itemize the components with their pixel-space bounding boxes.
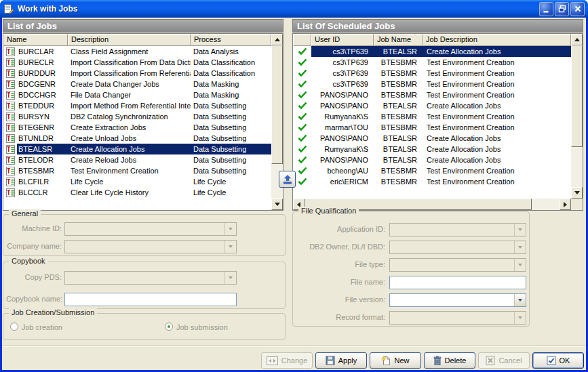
job-row[interactable]: BURECLR Import Classification From Data …	[3, 57, 271, 68]
scheduled-job-description: Create Allocation Jobs	[423, 46, 571, 57]
job-description: Create Unload Jobs	[68, 133, 191, 144]
record-format-label: Record format:	[296, 313, 385, 321]
minimize-icon	[542, 4, 551, 14]
dropdown-button	[514, 224, 526, 236]
job-row[interactable]: BTUNLDR Create Unload Jobs Data Subsetti…	[3, 133, 271, 144]
scroll-down-button[interactable]	[571, 187, 583, 199]
scheduled-job-description: Test Environment Creation	[423, 165, 571, 176]
file-type-value	[390, 259, 514, 271]
scroll-thumb[interactable]	[271, 45, 283, 164]
column-header-description[interactable]: Description	[68, 34, 191, 46]
scheduled-job-row[interactable]: cs3\TP639 BTESBMR Test Environment Creat…	[293, 68, 571, 79]
apply-button[interactable]: Apply	[315, 352, 367, 369]
scheduled-job-description: Test Environment Creation	[423, 176, 571, 187]
scheduled-job-row[interactable]: cs3\TP639 BTEALSR Create Allocation Jobs	[293, 46, 571, 57]
dropdown-button[interactable]	[514, 294, 526, 306]
job-row[interactable]: BURDDUR Import Classification From Refer…	[3, 68, 271, 79]
job-row[interactable]: BTEALSR Create Allocation Jobs Data Subs…	[3, 144, 271, 154]
check-icon	[293, 79, 311, 89]
apply-icon	[326, 356, 335, 365]
change-icon	[267, 356, 278, 365]
job-description: Clear Life Cycle History	[68, 187, 191, 198]
scheduled-job-name: BTEALSR	[374, 154, 423, 165]
schedule-job-button[interactable]	[279, 171, 296, 188]
job-row[interactable]: BTEDDUR Import Method From Referential I…	[3, 100, 271, 111]
machine-id-label: Machine ID:	[6, 224, 62, 232]
new-button[interactable]: New	[370, 352, 421, 369]
dropdown-button	[514, 312, 526, 324]
scheduled-job-row[interactable]: cs3\TP639 BTESBMR Test Environment Creat…	[293, 57, 571, 68]
job-description: Create Data Changer Jobs	[68, 79, 191, 89]
job-submission-radio-label: Job submission	[176, 323, 228, 331]
copybook-name-label: Copybook name:	[6, 295, 62, 303]
scheduled-user-id: RumyanaK\S	[311, 111, 374, 122]
scroll-thumb[interactable]	[571, 45, 583, 147]
job-row[interactable]: BLCCLR Clear Life Cycle History Life Cyc…	[3, 187, 271, 198]
column-header-name[interactable]: Name	[3, 34, 68, 46]
job-process: Data Subsetting	[191, 144, 271, 154]
column-header-job-description[interactable]: Job Description	[423, 34, 571, 46]
scheduled-job-row[interactable]: marmar\TOU BTESBMR Test Environment Crea…	[293, 122, 571, 133]
close-button[interactable]	[570, 2, 585, 16]
scheduled-job-row[interactable]: PANOS\PANO BTEALSR Create Allocation Job…	[293, 100, 571, 111]
check-icon	[293, 133, 311, 144]
job-row[interactable]: BTELODR Create Reload Jobs Data Subsetti…	[3, 154, 271, 165]
job-name: BURECLR	[17, 57, 68, 68]
restore-button[interactable]	[555, 2, 569, 16]
scheduled-job-description: Test Environment Creation	[423, 68, 571, 79]
column-header-status[interactable]	[293, 34, 311, 46]
job-process: Data Subsetting	[191, 100, 271, 111]
scheduled-jobs-list: User ID Job Name Job Description cs3\TP6…	[292, 33, 583, 211]
column-header-job-name[interactable]: Job Name	[374, 34, 423, 46]
dropdown-button	[224, 241, 236, 253]
job-row[interactable]: BURCLAR Class Field Assignment Data Anal…	[3, 46, 271, 57]
copybook-name-input[interactable]	[64, 293, 237, 306]
scheduled-job-row[interactable]: PANOS\PANO BTEALSR Create Allocation Job…	[293, 133, 571, 144]
scroll-up-button[interactable]	[271, 34, 283, 45]
file-version-label: File version:	[296, 295, 385, 304]
scheduled-job-row[interactable]: eric\ERICM BTESBMR Test Environment Crea…	[293, 176, 571, 187]
copy-pds-value	[65, 272, 224, 284]
job-row[interactable]: BTEGENR Create Extraction Jobs Data Subs…	[3, 122, 271, 133]
check-icon	[293, 89, 311, 100]
job-row[interactable]: BTESBMR Test Environment Creation Data S…	[3, 165, 271, 176]
job-type-icon	[3, 57, 17, 68]
scheduled-user-id: bcheong\AU	[311, 165, 374, 176]
job-creation-group-title: Job Creation/Submission	[9, 308, 97, 316]
scroll-up-button[interactable]	[571, 34, 583, 45]
ok-button[interactable]: OK	[532, 352, 584, 369]
scheduled-job-row[interactable]: RumyanaK\S BTEALSR Create Allocation Job…	[293, 144, 571, 154]
minimize-button[interactable]	[539, 2, 553, 16]
jobs-panel-title: List of Jobs	[3, 19, 283, 33]
job-row[interactable]: BURSYN DB2 Catalog Synchronization Data …	[3, 111, 271, 122]
job-row[interactable]: BDCGENR Create Data Changer Jobs Data Ma…	[3, 79, 271, 89]
file-version-combobox[interactable]	[389, 293, 526, 307]
db2-owner-value	[390, 241, 514, 253]
file-name-input[interactable]	[389, 276, 526, 289]
scheduled-job-row[interactable]: bcheong\AU BTESBMR Test Environment Crea…	[293, 165, 571, 176]
copybook-group: Copybook Copy PDS: Copybook name:	[3, 262, 286, 309]
work-with-jobs-window: Work with Jobs List of Jobs List Of Sche…	[0, 0, 588, 372]
scheduled-job-row[interactable]: PANOS\PANO BTESBMR Test Environment Crea…	[293, 89, 571, 100]
job-row[interactable]: BDCCHGR File Data Changer Data Masking	[3, 89, 271, 100]
job-submission-radio[interactable]	[165, 323, 173, 331]
scheduled-job-row[interactable]: RumyanaK\S BTESBMR Test Environment Crea…	[293, 111, 571, 122]
jobs-list-rows: BURCLAR Class Field Assignment Data Anal…	[3, 46, 271, 210]
job-creation-radio[interactable]	[10, 323, 18, 331]
job-description: Create Extraction Jobs	[68, 122, 191, 133]
scheduled-jobs-vertical-scrollbar[interactable]	[571, 34, 583, 199]
scroll-down-button[interactable]	[271, 199, 283, 210]
delete-button[interactable]: Delete	[424, 352, 475, 369]
job-type-icon	[3, 176, 17, 187]
scroll-right-button[interactable]	[560, 199, 571, 210]
job-row[interactable]: BLCFILR Life Cycle Life Cycle	[3, 176, 271, 187]
ok-icon	[547, 356, 556, 365]
check-icon	[293, 46, 311, 57]
job-description: Test Environment Creation	[68, 165, 191, 176]
scheduled-job-row[interactable]: cs3\TP639 BTESBMR Test Environment Creat…	[293, 79, 571, 89]
window-title: Work with Jobs	[18, 4, 538, 14]
job-description: Create Allocation Jobs	[68, 144, 191, 154]
column-header-process[interactable]: Process	[191, 34, 271, 46]
column-header-user-id[interactable]: User ID	[311, 34, 374, 46]
scheduled-job-row[interactable]: PANOS\PANO BTEALSR Create Allocation Job…	[293, 154, 571, 165]
